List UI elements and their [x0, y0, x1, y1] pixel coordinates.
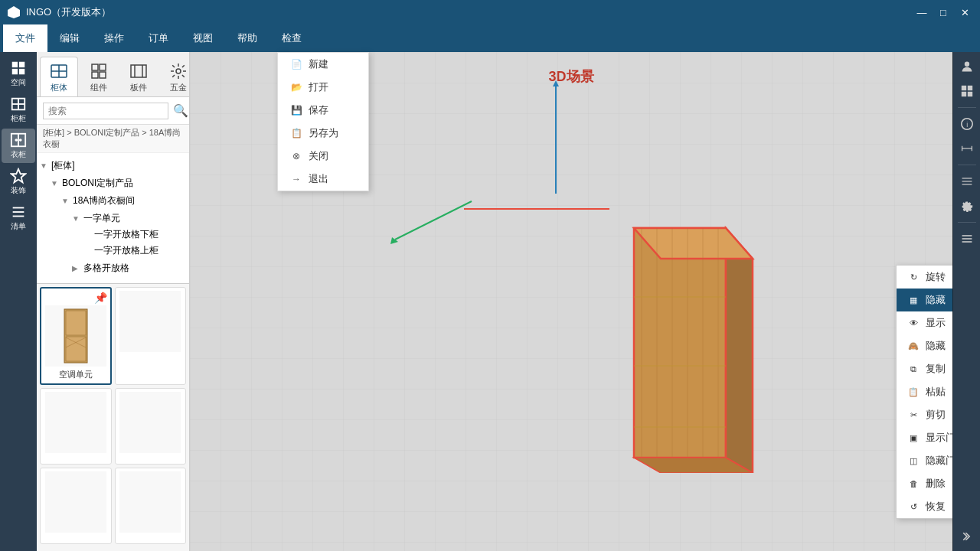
tree-boloni-label[interactable]: ▼ BOLONI定制产品	[47, 175, 189, 191]
search-input[interactable]	[43, 103, 168, 119]
maximize-button[interactable]: □	[934, 4, 952, 21]
menu-order[interactable]: 订单	[136, 24, 181, 52]
menu-view[interactable]: 视图	[181, 24, 225, 52]
cabinet-3d-object[interactable]	[603, 213, 756, 475]
exit-icon: →	[290, 173, 302, 185]
rp-menu[interactable]	[956, 227, 978, 250]
tab-panel[interactable]: 板件	[119, 57, 158, 96]
thumb-canvas-0	[45, 305, 106, 367]
sidebar-space[interactable]: 空间	[2, 57, 35, 91]
ctx-hide[interactable]: ▦ 隐藏	[897, 289, 952, 311]
thumb-item-3[interactable]	[115, 388, 187, 465]
ctx-hidden[interactable]: 🙈 隐藏	[897, 334, 952, 357]
tab-panel-label: 板件	[130, 82, 147, 93]
file-save-label: 保存	[309, 103, 328, 117]
menu-help[interactable]: 帮助	[225, 24, 270, 52]
svg-rect-28	[66, 311, 86, 335]
thumb-canvas-2	[45, 392, 106, 453]
ctx-restore[interactable]: ↺ 恢复	[897, 495, 952, 518]
tab-cabinet[interactable]: 柜体	[40, 57, 78, 96]
ctx-paste[interactable]: 📋 粘贴	[897, 380, 952, 403]
rp-measure[interactable]	[956, 137, 978, 160]
thumb-item-0[interactable]: 📌 空调单元	[40, 287, 112, 385]
delete-icon: 🗑	[907, 478, 920, 490]
file-save-as-label: 另存为	[309, 126, 338, 140]
tree-upper-label[interactable]: 一字开放格上柜	[80, 243, 189, 259]
wardrobe-label: 衣柜	[11, 149, 26, 160]
app-title: INGO（开发版本）	[26, 5, 111, 19]
svg-rect-55	[961, 92, 965, 96]
menu-edit[interactable]: 编辑	[47, 24, 92, 52]
sidebar-decor[interactable]: 装饰	[2, 165, 35, 199]
thumb-canvas-3	[119, 392, 181, 453]
thumb-item-4[interactable]	[40, 468, 112, 544]
ctx-show-door-label: 显示门板	[926, 431, 952, 445]
rp-grid[interactable]	[956, 80, 978, 103]
space-icon	[10, 60, 27, 77]
sidebar-wardrobe[interactable]: 衣柜	[2, 129, 35, 163]
save-as-icon: 📋	[290, 127, 302, 139]
thumb-item-2[interactable]	[40, 388, 112, 465]
ctx-show-door[interactable]: ▣ 显示门板	[897, 426, 952, 449]
thumb-item-1[interactable]	[115, 287, 187, 385]
svg-rect-1	[12, 62, 18, 67]
expand-icon	[961, 530, 973, 543]
ctx-copy[interactable]: ⧉ 复制	[897, 357, 952, 380]
svg-rect-3	[12, 69, 18, 74]
rp-layers[interactable]	[956, 170, 978, 193]
search-button[interactable]: 🔍	[172, 102, 190, 119]
svg-rect-21	[92, 72, 98, 78]
file-save-as[interactable]: 📋 另存为	[278, 122, 368, 145]
ctx-cut-label: 剪切	[926, 408, 946, 422]
tree-single-label[interactable]: ▼ 一字单元	[69, 210, 189, 227]
sidebar-cabinet[interactable]: 柜柜	[2, 93, 35, 127]
tree-lower-label[interactable]: 一字开放格下柜	[80, 227, 189, 243]
thumb-item-5[interactable]	[115, 468, 187, 544]
ctx-hide-label: 隐藏	[926, 293, 946, 307]
panel-tab-icon	[129, 62, 148, 80]
tree-18a-label[interactable]: ▼ 18A博尚衣橱间	[58, 193, 189, 209]
svg-rect-56	[967, 92, 972, 96]
rp-users[interactable]	[956, 55, 978, 78]
main-layout: 空间 柜柜 衣柜 装饰 清单	[0, 52, 980, 551]
ctx-hidden-label: 隐藏	[926, 339, 946, 353]
layers-icon	[961, 175, 973, 187]
minimize-button[interactable]: —	[913, 4, 931, 21]
tree-root-label[interactable]: ▼ [柜体]	[37, 158, 189, 174]
file-open[interactable]: 📂 打开	[278, 76, 368, 99]
ctx-hide-door[interactable]: ◫ 隐藏门板	[897, 449, 952, 472]
svg-marker-39	[634, 228, 726, 458]
logo-icon	[6, 5, 21, 20]
ctx-show-label: 显示	[926, 316, 946, 330]
file-save[interactable]: 💾 保存	[278, 99, 368, 122]
svg-marker-0	[8, 6, 20, 18]
close-button[interactable]: ✕	[956, 4, 974, 21]
file-new[interactable]: 📄 新建	[278, 53, 368, 76]
ctx-rotate[interactable]: ↻ 旋转	[897, 266, 952, 289]
new-icon: 📄	[290, 58, 302, 70]
menu-check[interactable]: 检查	[270, 24, 314, 52]
left-sidebar: 空间 柜柜 衣柜 装饰 清单	[0, 52, 190, 551]
hidden-icon: 🙈	[907, 340, 920, 352]
ctx-cut[interactable]: ✂ 剪切	[897, 403, 952, 426]
sidebar-list[interactable]: 清单	[2, 201, 35, 235]
list-label: 清单	[11, 221, 26, 232]
tab-component[interactable]: 组件	[80, 57, 118, 96]
svg-rect-23	[131, 65, 146, 77]
menu-file[interactable]: 文件	[3, 24, 47, 52]
file-exit[interactable]: → 退出	[278, 168, 368, 191]
rp-expand[interactable]	[956, 525, 978, 548]
ctx-show[interactable]: 👁 显示	[897, 311, 952, 334]
tab-hardware-label: 五金	[170, 82, 187, 93]
ctx-delete[interactable]: 🗑 删除	[897, 472, 952, 495]
svg-rect-20	[100, 64, 106, 70]
rp-info[interactable]: i	[956, 112, 978, 135]
rp-settings[interactable]	[956, 194, 978, 217]
tree-node-boloni: ▼ BOLONI定制产品 ▼ 18A博尚衣橱间	[47, 174, 189, 279]
tree-multi-label[interactable]: ▶ 多格开放格	[69, 260, 189, 276]
menu-operate[interactable]: 操作	[92, 24, 136, 52]
decor-icon	[10, 168, 27, 184]
z-axis	[387, 194, 479, 255]
ctx-rotate-label: 旋转	[926, 270, 946, 284]
file-close[interactable]: ⊗ 关闭	[278, 145, 368, 168]
